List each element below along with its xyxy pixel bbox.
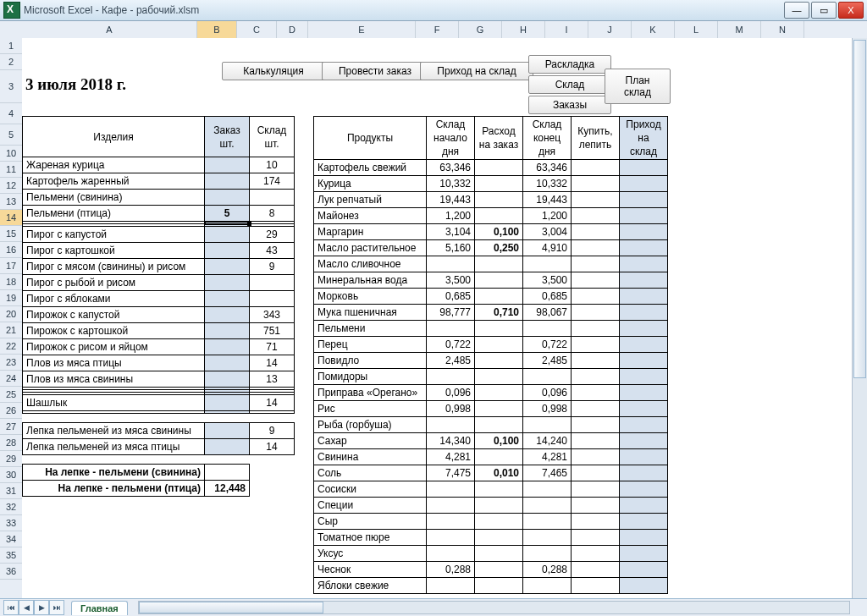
item-order[interactable] xyxy=(205,275,250,291)
product-name[interactable]: Рис xyxy=(314,401,427,417)
col-header-J[interactable]: J xyxy=(588,21,632,38)
item-stock[interactable]: 8 xyxy=(250,206,295,222)
consumption[interactable] xyxy=(475,176,523,192)
grid-content[interactable]: 3 июля 2018 г. Калькуляция Провести зака… xyxy=(22,38,852,599)
product-name[interactable]: Курица xyxy=(314,176,427,192)
item-name[interactable]: Шашлык xyxy=(23,395,205,411)
row-header-15[interactable]: 15 xyxy=(0,226,22,242)
consumption[interactable] xyxy=(475,321,523,337)
item-name[interactable]: Пельмени (птица) xyxy=(23,206,205,222)
stock-start[interactable] xyxy=(427,546,475,562)
stock-end[interactable] xyxy=(523,514,572,530)
summary-name[interactable]: На лепке - пельмени (птица) xyxy=(23,481,205,497)
item-stock[interactable]: 174 xyxy=(250,173,295,190)
stock-button[interactable]: Склад xyxy=(528,75,611,94)
row-header-35[interactable]: 35 xyxy=(0,547,22,564)
incoming[interactable] xyxy=(620,305,668,321)
consumption[interactable] xyxy=(475,256,523,272)
item-name[interactable]: Пирог с картошкой xyxy=(23,243,205,259)
item-stock[interactable]: 343 xyxy=(250,307,295,323)
item-order[interactable] xyxy=(205,323,250,339)
stock-start[interactable] xyxy=(427,514,475,530)
product-name[interactable]: Помидоры xyxy=(314,369,427,385)
stock-start[interactable]: 14,340 xyxy=(427,433,475,449)
stock-end[interactable]: 0,288 xyxy=(523,562,572,578)
col-header-D[interactable]: D xyxy=(277,21,308,38)
table-row[interactable]: Повидло2,4852,485 xyxy=(314,353,668,369)
sheet-tab-main[interactable]: Главная xyxy=(71,601,128,615)
consumption[interactable] xyxy=(475,192,523,208)
consumption[interactable] xyxy=(475,530,523,546)
stock-end[interactable]: 0,998 xyxy=(523,401,572,417)
stock-end[interactable] xyxy=(523,546,572,562)
summary-value[interactable] xyxy=(205,465,250,481)
stock-start[interactable] xyxy=(427,369,475,385)
table-row[interactable]: Пирожок с картошкой751 xyxy=(23,323,295,339)
stock-end[interactable]: 2,485 xyxy=(523,353,572,369)
product-name[interactable]: Перец xyxy=(314,337,427,353)
table-row[interactable]: Пельмени xyxy=(314,321,668,337)
incoming[interactable] xyxy=(620,289,668,305)
item-stock[interactable]: 13 xyxy=(250,371,295,388)
col-header-F[interactable]: F xyxy=(416,21,459,38)
stock-end[interactable] xyxy=(523,369,572,385)
consumption[interactable] xyxy=(475,498,523,514)
table-row[interactable]: На лепке - пельмени (свинина) xyxy=(23,465,250,481)
stock-start[interactable] xyxy=(427,256,475,272)
product-name[interactable]: Масло сливочное xyxy=(314,256,427,272)
table-row[interactable]: Перец0,7220,722 xyxy=(314,337,668,353)
col-header-A[interactable]: A xyxy=(22,21,197,38)
minimize-button[interactable]: — xyxy=(784,2,809,19)
col-header-L[interactable]: L xyxy=(675,21,718,38)
to-buy[interactable] xyxy=(572,562,620,578)
product-name[interactable]: Яблоки свежие xyxy=(314,578,427,594)
to-buy[interactable] xyxy=(572,417,620,433)
footer-order[interactable] xyxy=(205,423,250,439)
incoming[interactable] xyxy=(620,256,668,272)
row-header-11[interactable]: 11 xyxy=(0,162,22,178)
product-name[interactable]: Специи xyxy=(314,498,427,514)
item-name[interactable]: Пирожок с картошкой xyxy=(23,323,205,339)
to-buy[interactable] xyxy=(572,224,620,240)
item-order[interactable] xyxy=(205,243,250,259)
product-name[interactable]: Минеральная вода xyxy=(314,272,427,289)
table-row[interactable]: Майонез1,2001,200 xyxy=(314,208,668,224)
to-buy[interactable] xyxy=(572,578,620,594)
consumption[interactable] xyxy=(475,353,523,369)
table-row[interactable]: Жареная курица10 xyxy=(23,157,295,173)
table-row[interactable]: Пирог с рыбой и рисом xyxy=(23,275,295,291)
consumption[interactable]: 0,710 xyxy=(475,305,523,321)
table-row[interactable]: Соль7,4750,0107,465 xyxy=(314,465,668,481)
incoming[interactable] xyxy=(620,578,668,594)
table-row[interactable]: Чеснок0,2880,288 xyxy=(314,562,668,578)
stock-start[interactable]: 0,998 xyxy=(427,401,475,417)
product-name[interactable]: Уксус xyxy=(314,546,427,562)
row-header-26[interactable]: 26 xyxy=(0,403,22,419)
stock-start[interactable] xyxy=(427,481,475,498)
col-header-G[interactable]: G xyxy=(459,21,502,38)
product-name[interactable]: Майонез xyxy=(314,208,427,224)
table-row[interactable]: Картофель жаренный174 xyxy=(23,173,295,190)
footer-name[interactable]: Лепка пельменей из мяса птицы xyxy=(23,439,205,455)
stock-end[interactable]: 0,096 xyxy=(523,385,572,401)
consumption[interactable] xyxy=(475,546,523,562)
stock-end[interactable] xyxy=(523,498,572,514)
consumption[interactable] xyxy=(475,514,523,530)
to-buy[interactable] xyxy=(572,353,620,369)
row-header-31[interactable]: 31 xyxy=(0,483,22,499)
row-header-5[interactable]: 5 xyxy=(0,124,22,146)
row-headers[interactable]: 1234510111213141516171819202122232425262… xyxy=(0,38,23,599)
to-buy[interactable] xyxy=(572,481,620,498)
stock-start[interactable] xyxy=(427,578,475,594)
product-name[interactable]: Сахар xyxy=(314,433,427,449)
incoming[interactable] xyxy=(620,385,668,401)
calc-button[interactable]: Калькуляция xyxy=(222,62,325,80)
item-order[interactable] xyxy=(205,157,250,173)
product-name[interactable]: Масло растительное xyxy=(314,240,427,256)
table-row[interactable]: Лепка пельменей из мяса птицы14 xyxy=(23,439,295,455)
stock-end[interactable] xyxy=(523,256,572,272)
stock-start[interactable] xyxy=(427,530,475,546)
item-name[interactable]: Пирог с рыбой и рисом xyxy=(23,275,205,291)
incoming[interactable] xyxy=(620,465,668,481)
table-row[interactable]: Картофель свежий63,34663,346 xyxy=(314,160,668,176)
